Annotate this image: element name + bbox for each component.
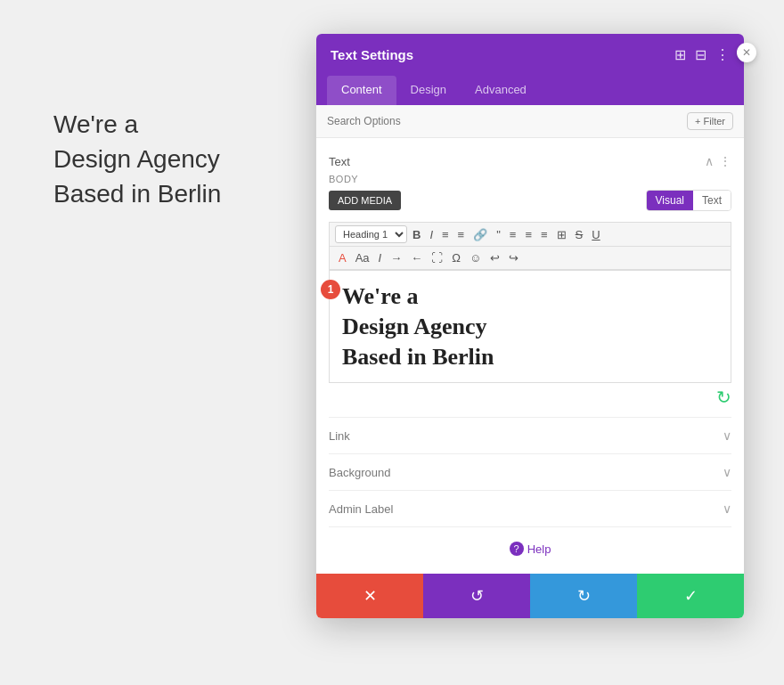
expand-icon[interactable]: ⊞ <box>674 46 686 63</box>
help-icon: ? <box>510 542 524 556</box>
align-right-button[interactable]: ≡ <box>537 226 551 243</box>
text-section-header[interactable]: Text ∧ ⋮ <box>329 149 731 174</box>
bold-button[interactable]: B <box>409 226 424 243</box>
tab-design[interactable]: Design <box>396 76 461 105</box>
tabs: Content Design Advanced <box>316 76 744 105</box>
strikethrough-button[interactable]: S <box>572 226 587 243</box>
add-media-button[interactable]: ADD MEDIA <box>329 191 401 210</box>
visual-view-button[interactable]: Visual <box>647 191 693 210</box>
view-toggle: Visual Text <box>646 190 731 211</box>
filter-button[interactable]: + Filter <box>687 112 733 130</box>
background-section-header[interactable]: Background ∨ <box>329 465 731 479</box>
unordered-list-button[interactable]: ≡ <box>438 226 453 243</box>
background-label: Background <box>329 466 390 479</box>
section-more-icon[interactable]: ⋮ <box>719 154 731 168</box>
editor-content[interactable]: 1 We're aDesign AgencyBased in Berlin <box>329 270 731 383</box>
ordered-list-button[interactable]: ≡ <box>454 226 469 243</box>
link-section: Link ∨ <box>329 417 731 453</box>
editor-heading: We're aDesign AgencyBased in Berlin <box>342 281 718 371</box>
admin-label-label: Admin Label <box>329 502 393 516</box>
outdent-button[interactable]: ← <box>407 249 426 266</box>
background-chevron-icon: ∨ <box>723 465 731 479</box>
add-media-row: ADD MEDIA Visual Text <box>329 190 731 218</box>
more-icon[interactable]: ⋮ <box>715 46 730 63</box>
close-button[interactable]: ✕ <box>737 43 756 62</box>
heading-select[interactable]: Heading 1 <box>335 225 407 243</box>
fullscreen-button[interactable]: ⛶ <box>428 249 446 266</box>
italic2-button[interactable]: I <box>375 249 386 266</box>
table-button[interactable]: ⊞ <box>553 226 570 243</box>
link-button[interactable]: 🔗 <box>470 226 491 243</box>
search-input[interactable] <box>327 115 687 127</box>
panel-header-icons: ⊞ ⊟ ⋮ <box>674 46 730 63</box>
cancel-button[interactable]: ✕ <box>316 574 423 618</box>
columns-icon[interactable]: ⊟ <box>695 46 706 63</box>
text-section-title: Text <box>329 155 350 168</box>
toolbar-row-2: A Aa I → ← ⛶ Ω ☺ ↩ ↪ <box>329 246 731 270</box>
panel-header: Text Settings ⊞ ⊟ ⋮ ✕ <box>316 34 744 76</box>
align-left-button[interactable]: ≡ <box>506 226 520 243</box>
redo-editor-button[interactable]: ↪ <box>505 249 522 266</box>
undo-editor-button[interactable]: ↩ <box>486 249 503 266</box>
body-label: Body <box>329 174 731 184</box>
help-row: ? Help <box>329 526 731 563</box>
panel-title: Text Settings <box>331 47 413 62</box>
admin-label-chevron-icon: ∨ <box>723 502 731 516</box>
toolbar: Heading 1 B I ≡ ≡ 🔗 " ≡ ≡ ≡ ⊞ S U A <box>329 222 731 270</box>
toolbar-row-1: Heading 1 B I ≡ ≡ 🔗 " ≡ ≡ ≡ ⊞ S U <box>329 222 731 246</box>
admin-label-section: Admin Label ∨ <box>329 490 731 526</box>
help-link[interactable]: ? Help <box>510 542 551 556</box>
tab-content[interactable]: Content <box>327 76 396 105</box>
collapse-icon[interactable]: ∧ <box>705 154 714 168</box>
step-indicator: 1 <box>321 280 340 299</box>
link-section-header[interactable]: Link ∨ <box>329 428 731 443</box>
bottom-actions: ✕ ↺ ↻ ✓ <box>316 574 744 618</box>
background-section: Background ∨ <box>329 453 731 490</box>
link-chevron-icon: ∨ <box>723 428 731 443</box>
search-bar: + Filter <box>316 105 744 138</box>
special-chars-button[interactable]: Ω <box>448 249 464 266</box>
emoji-button[interactable]: ☺ <box>466 249 485 266</box>
panel-body: Text ∧ ⋮ Body ADD MEDIA Visual Text <box>316 138 744 574</box>
text-view-button[interactable]: Text <box>693 191 731 210</box>
tab-advanced[interactable]: Advanced <box>461 76 541 105</box>
save-button[interactable]: ✓ <box>637 574 744 618</box>
blockquote-button[interactable]: " <box>493 226 504 243</box>
text-section: Text ∧ ⋮ Body ADD MEDIA Visual Text <box>329 149 731 412</box>
underline-button[interactable]: U <box>588 226 603 243</box>
background-heading: We're a Design Agency Based in Berlin <box>53 107 221 212</box>
admin-label-section-header[interactable]: Admin Label ∨ <box>329 502 731 516</box>
section-icons: ∧ ⋮ <box>705 154 731 168</box>
text-settings-panel: Text Settings ⊞ ⊟ ⋮ ✕ Content Design Adv… <box>316 34 744 618</box>
redo-button[interactable]: ↻ <box>530 574 637 618</box>
font-button[interactable]: Aa <box>352 249 373 266</box>
undo-button[interactable]: ↺ <box>423 574 530 618</box>
indent-button[interactable]: → <box>387 249 405 266</box>
refresh-icon[interactable]: ↻ <box>329 383 731 412</box>
italic-button[interactable]: I <box>426 226 437 243</box>
align-center-button[interactable]: ≡ <box>521 226 535 243</box>
link-label: Link <box>329 429 350 443</box>
color-button[interactable]: A <box>335 249 350 266</box>
